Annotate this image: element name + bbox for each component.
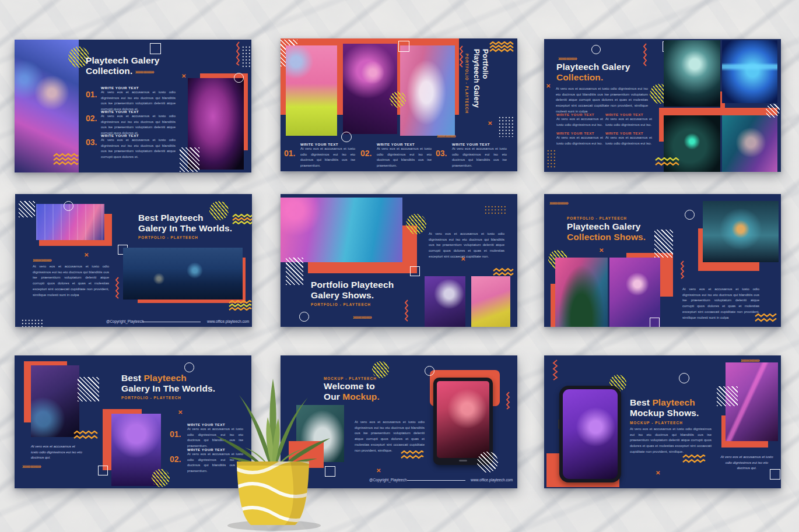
slide-subtitle: PORTFOLIO - PLAYTEECH	[121, 396, 181, 400]
footer-copyright: @Copyright_Playteech	[369, 478, 407, 482]
slide-subtitle: PORTFOLIO - PLAYTEECH	[138, 235, 198, 239]
tablet-screen-photo-red-light	[437, 381, 489, 458]
chevron-arrows-icon: »»»»»»»	[22, 464, 41, 470]
striped-circle-decoration	[372, 361, 389, 378]
zigzag-vertical-icon	[459, 45, 464, 68]
grid-item-3: WRITE YOUR TEXT At vero eos et accusamus…	[556, 131, 603, 146]
zigzag-vertical-icon	[643, 43, 648, 66]
photo-dancer-neon	[343, 44, 397, 134]
item-heading: WRITE YOUR TEXT	[101, 86, 176, 90]
intro-paragraph: At vero eos et accusamus et iusto odio d…	[682, 287, 759, 320]
title-line-2: Galery In The Worlds.	[121, 383, 215, 394]
zigzag-vertical-icon	[114, 277, 120, 299]
x-mark-icon: ✕	[546, 83, 551, 89]
zigzag-lines-icon	[755, 313, 777, 323]
white-stripes-decoration	[19, 201, 35, 217]
title-line-1-orange: Playteech	[652, 397, 695, 407]
slide-title: Best Playteech Galery In The Worlds.	[121, 373, 215, 393]
item-number: 01.	[86, 90, 97, 99]
zigzag-lines-icon	[489, 41, 514, 52]
vertical-title-line-2: Playteech Galery	[471, 49, 481, 151]
title-line-2: Collection.	[556, 72, 630, 83]
title-line-1: Playteech Galery	[86, 55, 160, 66]
zigzag-lines-icon	[232, 214, 252, 224]
striped-circle-decoration	[209, 201, 229, 220]
white-stripes-decoration	[717, 386, 738, 406]
zigzag-vertical-icon	[235, 41, 241, 66]
intro-paragraph: At vero eos et accusamus et iusto odio d…	[355, 420, 425, 453]
chevron-arrows-icon: »»»»»»»	[135, 69, 154, 75]
photo-dark-figure-purple	[31, 365, 79, 437]
striped-circle-decoration	[406, 214, 426, 234]
dot-grid-decoration	[241, 45, 251, 67]
slide-subtitle: PORTFOLIO - PLAYTEECH	[567, 216, 627, 220]
grid-item-1: WRITE YOUR TEXT At vero eos et accusamus…	[556, 112, 603, 128]
slide-title: Best Playteech Mockup Shows.	[630, 397, 699, 418]
square-outline-decoration	[398, 41, 409, 52]
photo-person-yellow-jacket	[471, 276, 510, 327]
title-line-1: Portfolio Playteech	[311, 280, 394, 290]
footer-divider-line	[142, 322, 201, 322]
title-line-1-white: Best	[630, 397, 650, 407]
zigzag-lines-icon	[655, 157, 679, 167]
photo-subway-tunnel	[703, 201, 779, 262]
photo-woman-white-top	[400, 45, 455, 136]
photo-blue-smoke-body	[722, 40, 777, 103]
dot-grid-decoration	[546, 149, 555, 169]
red-cross-bar-left	[659, 108, 664, 142]
circle-outline-decoration	[64, 201, 73, 211]
white-stripes-decoration	[78, 377, 99, 401]
item-body: At vero eos et accusamus et iusto odio d…	[605, 117, 652, 128]
slide-title: Portfolio Playteech Galery Shows.	[311, 280, 394, 300]
zigzag-vertical-icon	[551, 360, 559, 380]
intro-paragraph: At vero eos et accusamus et iusto odio d…	[33, 264, 109, 298]
item-body: At vero eos et accusamus et iusto odio d…	[300, 146, 355, 169]
item-number: 03.	[436, 149, 447, 158]
title-line-1: Playteech Galery	[556, 62, 630, 72]
phone-mockup	[559, 386, 621, 482]
dot-grid-decoration	[484, 205, 506, 214]
circle-outline-decoration	[341, 132, 352, 142]
grid-item-2: WRITE YOUR TEXT At vero eos et accusamus…	[605, 112, 652, 128]
item-heading: WRITE YOUR TEXT	[556, 112, 603, 117]
intro-paragraph: At vero eos et accusamus et iusto odio d…	[429, 231, 504, 260]
item-heading: WRITE YOUR TEXT	[377, 142, 432, 146]
tablet-home-indicator	[459, 460, 467, 461]
white-stripes-decoration	[654, 230, 673, 258]
circle-outline-decoration	[299, 312, 309, 322]
item-number: 01.	[170, 429, 181, 439]
item-heading: WRITE YOUR TEXT	[300, 142, 355, 146]
white-striped-circle-decoration	[477, 452, 498, 473]
item-body: At vero eos et accusamus et iusto odio d…	[452, 146, 507, 169]
slide-3-gallery-collection-grid: »»»»»»» Playteech Galery Collection. At …	[544, 39, 781, 172]
item-number: 01.	[284, 149, 295, 158]
circle-outline-decoration	[184, 362, 194, 372]
vertical-title-line-1: Portfolio	[481, 49, 490, 151]
title-line-1: Playteech Galery	[567, 221, 646, 232]
zigzag-lines-icon	[229, 300, 252, 311]
x-mark-icon: ✕	[461, 256, 465, 262]
item-body: At vero eos et accusamus et iusto odio d…	[556, 117, 603, 128]
title-line-2: Galery In The Worlds.	[138, 223, 232, 234]
title-line-2: Galery Shows.	[311, 290, 394, 301]
photo-woman-neon-circles	[609, 258, 660, 327]
white-striped-circle-decoration	[766, 104, 780, 118]
square-outline-decoration	[98, 466, 108, 475]
x-mark-icon: ✕	[488, 121, 492, 126]
title-line-2: Collection Shows.	[567, 232, 646, 242]
x-mark-icon: ✕	[178, 410, 183, 415]
slide-5-portfolio-gallery-shows: Portfolio Playteech Galery Shows. PORTFO…	[281, 194, 517, 327]
footer-website: www.office.playteech.com	[471, 478, 513, 482]
slide-subtitle: MOCKUP - PLAYTEECH	[630, 421, 683, 425]
circle-outline-decoration	[425, 366, 434, 376]
title-line-1-orange: Playteech	[143, 373, 186, 383]
phone-side-button	[558, 420, 559, 429]
zigzag-vertical-icon	[506, 392, 511, 410]
square-outline-decoration	[410, 266, 420, 276]
item-heading: WRITE YOUR TEXT	[101, 110, 176, 114]
zigzag-vertical-icon	[679, 260, 685, 279]
zigzag-vertical-icon	[404, 300, 409, 322]
caption-text: At vero eos et accusamus et iusto odio d…	[31, 444, 83, 461]
circle-outline-decoration	[685, 210, 695, 220]
circle-outline-decoration	[679, 373, 689, 383]
